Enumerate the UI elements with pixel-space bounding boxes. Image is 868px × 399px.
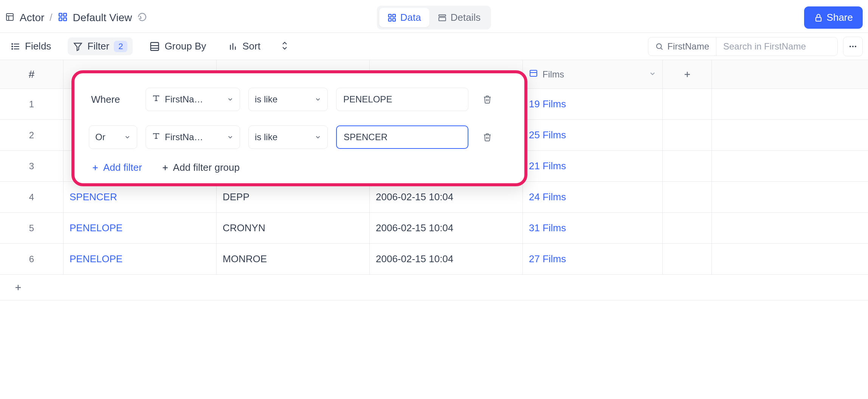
- svg-line-28: [661, 48, 663, 49]
- table-row[interactable]: 5PENELOPECRONYN2006-02-15 10:0431 Films: [0, 213, 868, 244]
- sort-button[interactable]: Sort: [223, 37, 266, 55]
- add-column-button[interactable]: [663, 60, 712, 88]
- add-filter-group-label: Add filter group: [173, 162, 240, 173]
- refresh-icon[interactable]: [137, 12, 147, 23]
- filter-value-input-wrap: [336, 125, 468, 149]
- filter-button[interactable]: Filter 2: [68, 37, 133, 55]
- cell-lastupdate[interactable]: 2006-02-15 10:04: [370, 244, 523, 274]
- view-toolbar: Fields Filter 2 Group By Sort FirstName: [0, 33, 868, 60]
- svg-rect-6: [64, 18, 67, 21]
- search-field-button[interactable]: FirstName: [648, 37, 716, 56]
- svg-point-18: [12, 46, 12, 46]
- column-header-films[interactable]: Films: [523, 60, 663, 88]
- cell-lastupdate[interactable]: 2006-02-15 10:04: [370, 213, 523, 243]
- filter-field-select[interactable]: FirstNa…: [146, 88, 240, 111]
- row-number: 5: [0, 213, 64, 243]
- row-number: 1: [0, 89, 64, 119]
- table-icon: [5, 12, 14, 23]
- add-filter-group-button[interactable]: Add filter group: [161, 162, 240, 173]
- filter-operator-select[interactable]: is like: [248, 88, 328, 111]
- search-field-label: FirstName: [667, 41, 709, 52]
- filter-delete-button[interactable]: [480, 92, 495, 107]
- filter-row: WhereFirstNa…is like: [89, 86, 510, 113]
- svg-rect-21: [151, 42, 159, 50]
- row-height-button[interactable]: [277, 38, 292, 55]
- tab-data-label: Data: [400, 12, 421, 23]
- cell-blank: [663, 151, 712, 181]
- filter-operator-select[interactable]: is like: [248, 125, 328, 149]
- filter-value-input-wrap: [336, 88, 468, 111]
- cell-firstname[interactable]: PENELOPE: [64, 244, 217, 274]
- cell-films[interactable]: 31 Films: [523, 213, 663, 243]
- search-input[interactable]: [716, 37, 837, 56]
- row-number: 6: [0, 244, 64, 274]
- table-name[interactable]: Actor: [20, 12, 44, 24]
- text-type-icon: [152, 94, 160, 105]
- cell-blank: [663, 244, 712, 274]
- svg-point-27: [657, 43, 662, 48]
- filter-label: Filter: [87, 40, 109, 52]
- cell-blank: [663, 182, 712, 212]
- text-type-icon: [152, 132, 160, 142]
- share-button-label: Share: [827, 12, 853, 23]
- filter-popover: WhereFirstNa…is likeOrFirstNa…is like Ad…: [71, 70, 527, 186]
- filter-where-label: Where: [89, 94, 137, 105]
- svg-rect-5: [59, 18, 62, 21]
- view-mode-tabs: Data Details: [377, 6, 491, 29]
- svg-rect-32: [530, 70, 537, 76]
- cell-blank: [663, 89, 712, 119]
- cell-lastname[interactable]: CRONYN: [217, 213, 370, 243]
- cell-lastupdate[interactable]: 2006-02-15 10:04: [370, 182, 523, 212]
- row-number: 4: [0, 182, 64, 212]
- svg-rect-10: [393, 19, 395, 21]
- link-icon: [529, 69, 538, 80]
- svg-marker-20: [74, 43, 82, 50]
- add-filter-button[interactable]: Add filter: [91, 162, 142, 173]
- share-button[interactable]: Share: [804, 6, 863, 29]
- app-header: Actor / Default View Data Details Share: [0, 3, 868, 33]
- svg-rect-3: [59, 13, 62, 16]
- fields-button[interactable]: Fields: [5, 37, 56, 55]
- svg-rect-0: [6, 14, 13, 20]
- cell-lastname[interactable]: MONROE: [217, 244, 370, 274]
- tab-details-label: Details: [451, 12, 480, 23]
- fields-label: Fields: [25, 40, 51, 52]
- svg-point-19: [12, 48, 12, 49]
- breadcrumb: Actor / Default View: [5, 12, 147, 24]
- column-header-films-label: Films: [542, 69, 564, 80]
- chevron-down-icon[interactable]: [649, 69, 656, 80]
- svg-rect-7: [389, 14, 391, 17]
- search-group: FirstName: [648, 37, 838, 56]
- svg-rect-13: [816, 17, 821, 21]
- tab-details[interactable]: Details: [429, 8, 489, 27]
- filter-row: OrFirstNa…is like: [89, 124, 510, 150]
- cell-films[interactable]: 19 Films: [523, 89, 663, 119]
- cell-films[interactable]: 25 Films: [523, 120, 663, 150]
- cell-firstname[interactable]: SPENCER: [64, 182, 217, 212]
- tab-data[interactable]: Data: [379, 8, 429, 27]
- add-row-button[interactable]: [0, 283, 64, 292]
- filter-value-input[interactable]: [343, 94, 462, 105]
- cell-films[interactable]: 27 Films: [523, 244, 663, 274]
- view-name[interactable]: Default View: [73, 12, 132, 24]
- cell-firstname[interactable]: PENELOPE: [64, 213, 217, 243]
- filter-logic-select[interactable]: Or: [89, 125, 137, 149]
- view-grid-icon: [58, 12, 68, 23]
- sort-label: Sort: [242, 40, 260, 52]
- filter-value-input[interactable]: [343, 131, 462, 143]
- cell-films[interactable]: 24 Films: [523, 182, 663, 212]
- filter-field-select[interactable]: FirstNa…: [146, 125, 240, 149]
- table-row[interactable]: 4SPENCERDEPP2006-02-15 10:0424 Films: [0, 182, 868, 213]
- groupby-button[interactable]: Group By: [144, 37, 211, 55]
- row-number: 2: [0, 120, 64, 150]
- svg-point-29: [849, 46, 851, 47]
- column-header-rownum[interactable]: #: [0, 60, 64, 88]
- table-row[interactable]: 6PENELOPEMONROE2006-02-15 10:0427 Films: [0, 244, 868, 275]
- more-menu-button[interactable]: [843, 37, 863, 56]
- breadcrumb-separator: /: [50, 12, 52, 23]
- filter-delete-button[interactable]: [480, 130, 495, 145]
- row-number: 3: [0, 151, 64, 181]
- cell-lastname[interactable]: DEPP: [217, 182, 370, 212]
- cell-films[interactable]: 21 Films: [523, 151, 663, 181]
- svg-rect-9: [389, 19, 391, 21]
